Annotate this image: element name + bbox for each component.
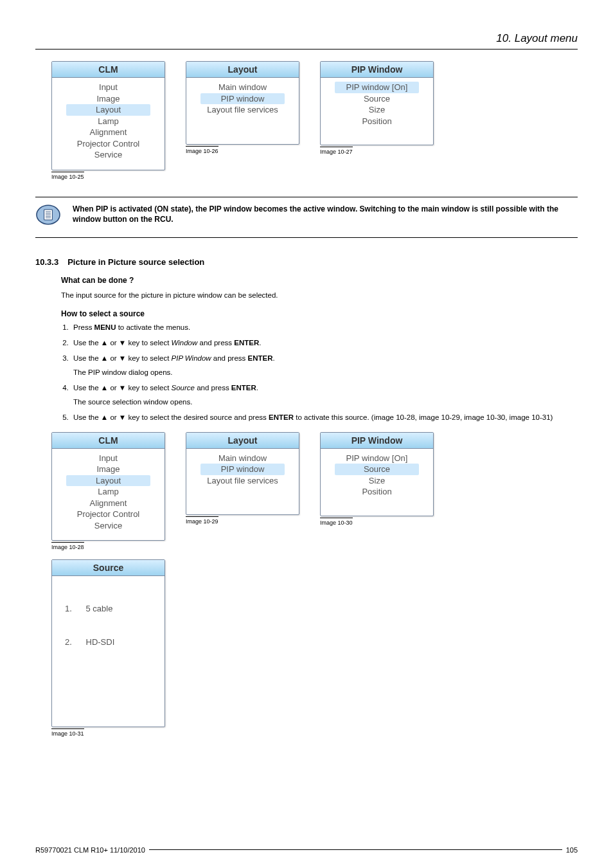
menu-item[interactable]: Projector Control	[55, 138, 162, 150]
menu-pip: PIP Window PIP window [On] Source Size P…	[320, 61, 434, 145]
menu-item[interactable]: Layout file services	[189, 104, 296, 116]
menu-layout-b-title: Layout	[186, 433, 299, 449]
menu-pip-b-title: PIP Window	[321, 433, 433, 449]
step-2: Use the ▲ or ▼ key to select Window and …	[71, 338, 578, 348]
menu-item[interactable]: Main window	[189, 453, 296, 464]
header-rule	[35, 49, 578, 50]
steps-list: Press MENU to activate the menus. Use th…	[61, 322, 578, 423]
menu-item-selected[interactable]: Layout	[66, 475, 150, 487]
menu-item[interactable]: Projector Control	[55, 509, 162, 520]
menu-pip-title: PIP Window	[321, 62, 433, 78]
menu-layout-b: Layout Main window PIP window Layout fil…	[186, 432, 299, 516]
footer-line	[149, 849, 562, 850]
menu-item[interactable]: Service	[55, 520, 162, 532]
menu-pip-b: PIP Window PIP window [On] Source Size P…	[320, 432, 434, 516]
menu-item[interactable]: Size	[323, 104, 431, 116]
menu-item-selected[interactable]: Source	[335, 464, 419, 475]
menu-item-selected[interactable]: Layout	[66, 104, 150, 116]
image-caption: Image 10-30	[320, 518, 353, 526]
note-text: When PIP is activated (ON state), the PI…	[73, 204, 578, 224]
menu-row-source: Source 1. 5 cable 2. HD-SDI Image 10-31	[51, 559, 578, 736]
menu-item[interactable]: Source	[323, 93, 431, 105]
menu-item[interactable]: Image	[55, 93, 162, 105]
image-caption: Image 10-27	[320, 147, 353, 155]
menu-item[interactable]: Input	[55, 453, 162, 464]
menu-item[interactable]: PIP window [On]	[323, 453, 431, 464]
menu-item[interactable]: 2. HD-SDI	[65, 637, 162, 648]
menu-item[interactable]: Size	[323, 475, 431, 487]
image-caption: Image 10-28	[51, 542, 84, 550]
page-header: 10. Layout menu	[35, 32, 578, 45]
menu-row-bottom: CLM Input Image Layout Lamp Alignment Pr…	[51, 432, 578, 551]
menu-layout-title: Layout	[186, 62, 299, 78]
menu-item[interactable]: Position	[323, 116, 431, 127]
menu-item-selected[interactable]: PIP window [On]	[335, 82, 419, 93]
menu-source-title: Source	[52, 560, 164, 576]
menu-item[interactable]: Service	[55, 149, 162, 161]
footer: R59770021 CLM R10+ 11/10/2010 105	[35, 846, 578, 854]
menu-item[interactable]: Alignment	[55, 498, 162, 509]
section-number: 10.3.3	[35, 257, 58, 267]
section-title: Picture in Picture source selection	[67, 257, 204, 267]
image-caption: Image 10-25	[51, 172, 84, 180]
menu-item[interactable]: Main window	[189, 82, 296, 93]
how-heading: How to select a source	[61, 309, 578, 318]
what-text: The input source for the picture in pict…	[61, 290, 578, 300]
image-caption: Image 10-26	[186, 146, 218, 154]
step-5: Use the ▲ or ▼ key to select the desired…	[71, 412, 578, 422]
menu-row-top: CLM Input Image Layout Lamp Alignment Pr…	[51, 61, 578, 180]
image-caption: Image 10-31	[51, 728, 84, 737]
step-3: Use the ▲ or ▼ key to select PIP Window …	[71, 353, 578, 377]
note-icon	[35, 204, 61, 226]
menu-item[interactable]: Lamp	[55, 486, 162, 498]
menu-item[interactable]: Image	[55, 464, 162, 475]
menu-source: Source 1. 5 cable 2. HD-SDI	[51, 559, 165, 727]
menu-item-selected[interactable]: PIP window	[200, 464, 285, 475]
menu-clm-b-title: CLM	[52, 433, 164, 449]
menu-item[interactable]: Input	[55, 82, 162, 93]
menu-layout: Layout Main window PIP window Layout fil…	[186, 61, 299, 145]
menu-clm-title: CLM	[52, 62, 164, 78]
menu-item[interactable]: Layout file services	[189, 475, 296, 487]
what-heading: What can be done ?	[61, 276, 578, 285]
footer-left: R59770021 CLM R10+ 11/10/2010	[35, 846, 145, 854]
menu-item[interactable]: Alignment	[55, 127, 162, 138]
step-4: Use the ▲ or ▼ key to select Source and …	[71, 383, 578, 407]
menu-clm-b: CLM Input Image Layout Lamp Alignment Pr…	[51, 432, 165, 541]
menu-item[interactable]: 1. 5 cable	[65, 603, 162, 615]
image-caption: Image 10-29	[186, 516, 218, 525]
menu-item[interactable]: Lamp	[55, 116, 162, 127]
note-block: When PIP is activated (ON state), the PI…	[35, 197, 578, 238]
step-1: Press MENU to activate the menus.	[71, 322, 578, 332]
footer-page-number: 105	[566, 846, 578, 854]
menu-item-selected[interactable]: PIP window	[200, 93, 285, 105]
menu-clm: CLM Input Image Layout Lamp Alignment Pr…	[51, 61, 165, 170]
menu-item[interactable]: Position	[323, 486, 431, 498]
